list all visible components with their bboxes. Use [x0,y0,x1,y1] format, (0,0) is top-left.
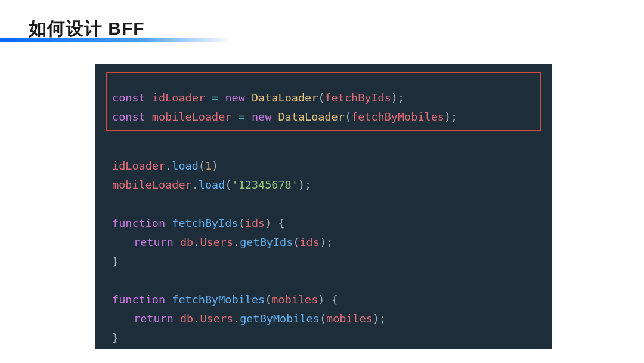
code-line-9: return db.Users.getByMobiles(mobiles); [112,309,535,328]
blank-line [112,137,535,156]
title-underline-accent [0,38,233,42]
blank-line [112,271,535,290]
code-line-4: mobileLoader.load('12345678'); [112,176,535,195]
slide-header: 如何设计 BFF [0,0,644,41]
code-line-7: } [112,252,535,271]
code-line-6: return db.Users.getByIds(ids); [112,233,535,252]
code-line-1: const idLoader = new DataLoader(fetchByI… [112,88,535,107]
code-line-2: const mobileLoader = new DataLoader(fetc… [112,107,535,127]
code-block: const idLoader = new DataLoader(fetchByI… [95,64,552,349]
code-line-10: } [112,328,535,347]
code-highlight-box: const idLoader = new DataLoader(fetchByI… [106,72,541,131]
slide-title: 如何设计 BFF [29,17,644,41]
code-line-3: idLoader.load(1) [112,156,535,176]
blank-line [112,195,535,214]
code-line-5: function fetchByIds(ids) { [112,214,535,233]
code-line-8: function fetchByMobiles(mobiles) { [112,290,535,309]
